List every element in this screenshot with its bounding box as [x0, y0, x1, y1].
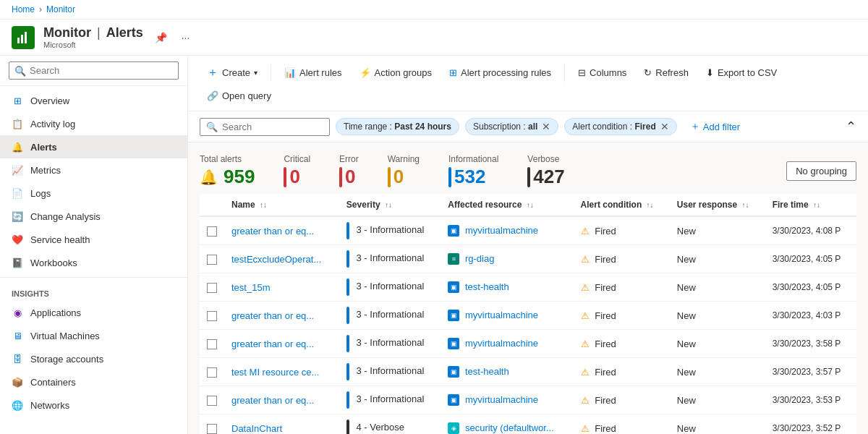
table-row[interactable]: greater than or eq... 3 - Informational …: [200, 302, 856, 330]
user-response-cell: New: [670, 358, 765, 386]
col-affected-resource[interactable]: Affected resource ↑↓: [441, 194, 573, 216]
fired-icon: ⚠: [581, 254, 590, 265]
resource-link[interactable]: myvirtualmachine: [465, 394, 538, 405]
breadcrumb-home[interactable]: Home: [12, 4, 35, 14]
table-row[interactable]: greater than or eq... 3 - Informational …: [200, 330, 856, 358]
refresh-button[interactable]: ↻ Refresh: [637, 64, 696, 82]
condition-value: Fired: [595, 282, 616, 293]
fired-icon: ⚠: [581, 282, 590, 293]
alert-name-link[interactable]: greater than or eq...: [231, 226, 314, 237]
vm-resource-icon: ▣: [448, 310, 459, 321]
alert-name-link[interactable]: test_15m: [231, 282, 270, 293]
applications-icon: ◉: [12, 307, 23, 318]
col-alert-condition[interactable]: Alert condition ↑↓: [574, 194, 670, 216]
fired-icon: ⚠: [581, 367, 590, 378]
columns-icon: ⊟: [578, 67, 586, 78]
sidebar-item-networks[interactable]: 🌐 Networks: [0, 393, 187, 417]
row-checkbox-7[interactable]: [207, 424, 217, 434]
row-checkbox-6[interactable]: [207, 396, 217, 406]
verbose-bar: [527, 167, 530, 187]
col-fire-time[interactable]: Fire time ↑↓: [765, 194, 856, 216]
summary-informational: Informational 532: [448, 154, 498, 188]
alert-name-link[interactable]: test MI resource ce...: [231, 367, 319, 378]
sidebar-item-change-analysis[interactable]: 🔄 Change Analysis: [0, 205, 187, 228]
row-checkbox-0[interactable]: [207, 226, 217, 237]
table-row[interactable]: DataInChart 4 - Verbose ◈ security (defa…: [200, 414, 856, 435]
sidebar-item-virtual-machines[interactable]: 🖥 Virtual Machines: [0, 324, 187, 347]
columns-button[interactable]: ⊟ Columns: [571, 64, 634, 82]
alert-condition-filter-close[interactable]: ✕: [660, 122, 669, 132]
alert-rules-icon: 📊: [284, 67, 296, 78]
sidebar-item-applications[interactable]: ◉ Applications: [0, 301, 187, 324]
pin-button[interactable]: 📌: [152, 30, 170, 45]
workbooks-icon: 📓: [12, 257, 23, 268]
sidebar-item-alerts[interactable]: 🔔 Alerts: [0, 135, 187, 158]
storage-icon: 🗄: [12, 353, 23, 365]
filters-row: 🔍 Time range : Past 24 hours Subscriptio…: [188, 111, 868, 142]
row-checkbox-2[interactable]: [207, 283, 217, 293]
open-query-button[interactable]: 🔗 Open query: [200, 87, 278, 105]
alert-processing-rules-button[interactable]: ⊞ Alert processing rules: [442, 64, 558, 82]
resource-link[interactable]: rg-diag: [465, 253, 494, 264]
col-severity[interactable]: Severity ↑↓: [339, 194, 441, 216]
alert-name-link[interactable]: testEcxcludeOperat...: [231, 254, 321, 265]
resource-link[interactable]: myvirtualmachine: [465, 310, 538, 320]
row-checkbox-4[interactable]: [207, 339, 217, 349]
alert-name-link[interactable]: DataInChart: [231, 423, 282, 434]
add-filter-button[interactable]: ＋ Add filter: [683, 117, 747, 136]
resource-link[interactable]: myvirtualmachine: [465, 338, 538, 349]
sidebar-item-overview[interactable]: ⊞ Overview: [0, 89, 187, 112]
table-row[interactable]: greater than or eq... 3 - Informational …: [200, 216, 856, 245]
grouping-button[interactable]: No grouping: [786, 161, 856, 181]
table-row[interactable]: greater than or eq... 3 - Informational …: [200, 386, 856, 414]
sidebar-item-containers[interactable]: 📦 Containers: [0, 370, 187, 393]
col-name[interactable]: Name ↑↓: [224, 194, 339, 216]
resource-link[interactable]: test-health: [465, 366, 509, 377]
create-button[interactable]: ＋ Create ▾: [200, 61, 265, 84]
export-csv-button[interactable]: ⬇ Export to CSV: [699, 64, 784, 82]
row-checkbox-3[interactable]: [207, 311, 217, 321]
more-button[interactable]: ···: [179, 30, 193, 45]
severity-indicator: [346, 222, 349, 239]
toolbar: ＋ Create ▾ 📊 Alert rules ⚡ Action groups…: [188, 56, 868, 111]
sidebar-item-logs[interactable]: 📄 Logs: [0, 182, 187, 205]
col-user-response[interactable]: User response ↑↓: [670, 194, 765, 216]
table-row[interactable]: testEcxcludeOperat... 3 - Informational …: [200, 245, 856, 273]
row-checkbox-5[interactable]: [207, 367, 217, 378]
resource-link[interactable]: test-health: [465, 281, 509, 292]
alert-rules-button[interactable]: 📊 Alert rules: [277, 64, 349, 82]
sidebar-item-service-health[interactable]: ❤️ Service health: [0, 228, 187, 251]
severity-label: 3 - Informational: [356, 337, 424, 348]
time-range-filter: Time range : Past 24 hours: [336, 118, 459, 135]
overview-icon: ⊞: [12, 95, 23, 106]
filter-collapse-button[interactable]: ⌃: [846, 119, 856, 135]
row-checkbox-1[interactable]: [207, 255, 217, 265]
alert-condition-filter: Alert condition : Fired ✕: [564, 118, 676, 135]
alert-name-link[interactable]: greater than or eq...: [231, 310, 314, 321]
resource-link[interactable]: security (defaultwor...: [465, 422, 554, 433]
alert-search-input[interactable]: [222, 122, 309, 132]
app-title: Monitor | Alerts: [43, 25, 143, 41]
severity-label: 3 - Informational: [356, 224, 424, 235]
sidebar-item-metrics[interactable]: 📈 Metrics: [0, 158, 187, 182]
vm-resource-icon: ▣: [448, 225, 459, 237]
sidebar-search-input[interactable]: [9, 61, 179, 80]
search-icon: 🔍: [206, 122, 218, 132]
alert-name-link[interactable]: greater than or eq...: [231, 339, 314, 349]
fire-time-cell: 3/30/2023, 4:05 P: [765, 273, 856, 302]
table-row[interactable]: test MI resource ce... 3 - Informational…: [200, 358, 856, 386]
warning-bar: [388, 167, 391, 187]
sidebar-item-storage-accounts[interactable]: 🗄 Storage accounts: [0, 347, 187, 370]
action-groups-button[interactable]: ⚡ Action groups: [352, 64, 440, 82]
resource-link[interactable]: myvirtualmachine: [465, 225, 538, 236]
subscription-filter-close[interactable]: ✕: [542, 122, 550, 132]
table-row[interactable]: test_15m 3 - Informational ▣ test-health…: [200, 273, 856, 302]
containers-icon: 📦: [12, 376, 23, 388]
sidebar-item-activity-log[interactable]: 📋 Activity log: [0, 112, 187, 135]
create-dropdown-icon: ▾: [254, 69, 258, 77]
breadcrumb-monitor[interactable]: Monitor: [46, 4, 75, 14]
alert-name-link[interactable]: greater than or eq...: [231, 395, 314, 406]
severity-indicator: [346, 420, 349, 434]
sidebar-item-workbooks[interactable]: 📓 Workbooks: [0, 251, 187, 274]
filter-search-box[interactable]: 🔍: [200, 118, 330, 136]
